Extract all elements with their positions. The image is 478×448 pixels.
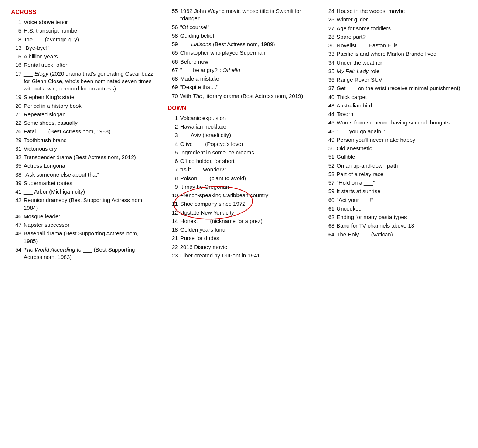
down-title: DOWN (168, 105, 311, 112)
clue-text: Person you'll never make happy (337, 136, 467, 144)
clue-item: 64The Holy ___ (Vatican) (324, 231, 467, 238)
clue-text: Made a mistake (180, 75, 311, 82)
clue-number: 56 (168, 24, 178, 31)
clue-text: Old anesthetic (337, 145, 467, 152)
clue-number: 67 (168, 66, 178, 74)
clue-number: 25 (324, 16, 334, 23)
clue-number: 21 (168, 235, 178, 242)
clue-number: 45 (324, 119, 334, 126)
clue-number: 2 (168, 123, 178, 130)
clue-text: It may be Gregorian (180, 183, 311, 191)
clue-text: Before now (180, 58, 311, 65)
down-clues-list: 1Volcanic expulsion2Hawaiian necklace3__… (168, 114, 311, 259)
clue-text: Fatal ___ (Best Actress nom, 1988) (24, 128, 154, 135)
clue-item: 9It may be Gregorian (168, 183, 311, 191)
clue-item: 63Band for TV channels above 13 (324, 222, 467, 229)
clue-item: 47Napster successor (11, 221, 154, 229)
clue-item: 39Supermarket routes (11, 179, 154, 187)
clue-item: 3___ Aviv (Israeli city) (168, 131, 311, 139)
clue-number: 22 (11, 119, 21, 127)
clue-number: 44 (324, 110, 334, 118)
clue-text: 1962 John Wayne movie whose title is Swa… (180, 7, 311, 23)
clue-item: 35Actress Longoria (11, 162, 154, 170)
clue-item: 21Purse for dudes (168, 235, 311, 242)
clue-text: "Ask someone else about that" (24, 171, 154, 178)
clue-text: Get ___ on the wrist (receive minimal pu… (337, 85, 467, 92)
clue-number: 22 (168, 243, 178, 251)
clue-text: Joe ___ (average guy) (24, 36, 154, 43)
clue-number: 20 (11, 102, 21, 110)
column-across-1: ACROSS 1Voice above tenor5H.S. transcrip… (11, 7, 161, 262)
clue-text: Guiding belief (180, 32, 311, 40)
clue-item: 57"Hold on a ___" (324, 179, 467, 187)
clue-text: Uncooked (337, 205, 467, 212)
clue-number: 19 (11, 93, 21, 101)
clue-text: "___ you go again!" (337, 128, 467, 135)
clue-item: 222016 Disney movie (168, 243, 311, 251)
right-clues-list: 24House in the woods, maybe25Winter glid… (324, 7, 467, 238)
clue-item: 13"Bye-bye!" (11, 44, 154, 52)
clue-item: 23Fiber created by DuPont in 1941 (168, 252, 311, 259)
clue-number: 69 (168, 83, 178, 91)
clue-number: 6 (168, 157, 178, 165)
clue-text: "Of course!" (180, 24, 311, 31)
clue-number: 63 (324, 222, 334, 229)
clue-item: 17___ Elegy (2020 drama that's generatin… (11, 70, 154, 93)
clue-item: 29Toothbrush brand (11, 137, 154, 144)
column-right: 24House in the woods, maybe25Winter glid… (317, 7, 467, 262)
clue-number: 8 (11, 36, 21, 43)
clue-item: 5Ingredient in some ice creams (168, 149, 311, 156)
clue-item: 8Poison ___ (plant to avoid) (168, 175, 311, 182)
clue-text: Age for some toddlers (337, 25, 467, 32)
clue-number: 49 (324, 136, 334, 144)
clue-number: 28 (324, 33, 334, 41)
clue-text: ___ Arbor (Michigan city) (24, 188, 154, 195)
clue-item: 12Upstate New York city (168, 209, 311, 216)
clue-number: 3 (168, 131, 178, 139)
clue-item: 14Honest ___ (nickname for a prez) (168, 218, 311, 225)
clue-number: 38 (11, 171, 21, 178)
clue-text: "___ be angry?": Othello (180, 66, 311, 74)
clue-number: 68 (168, 75, 178, 82)
clue-text: A billion years (24, 53, 154, 60)
clue-number: 5 (11, 27, 21, 34)
clue-number: 21 (11, 111, 21, 118)
clue-text: Repeated slogan (24, 111, 154, 118)
clue-text: Tavern (337, 110, 467, 118)
clue-number: 42 (11, 196, 21, 212)
clue-text: Upstate New York city (180, 209, 311, 216)
clue-text: ___ Aviv (Israeli city) (180, 131, 311, 139)
across-title: ACROSS (11, 9, 154, 16)
clue-item: 4Olive ___ (Popeye's love) (168, 140, 311, 148)
clue-number: 35 (324, 68, 334, 75)
clue-item: 41___ Arbor (Michigan city) (11, 188, 154, 195)
clue-text: "Act your ___!" (337, 196, 467, 204)
clue-number: 11 (168, 200, 178, 208)
clue-number: 36 (324, 76, 334, 83)
clue-number: 66 (168, 58, 178, 65)
clue-item: 65Christopher who played Superman (168, 49, 311, 57)
clue-item: 5H.S. transcript number (11, 27, 154, 34)
clue-number: 1 (11, 18, 21, 26)
clue-text: Gullible (337, 153, 467, 161)
clue-item: 20Period in a history book (11, 102, 154, 110)
clue-text: Poison ___ (plant to avoid) (180, 175, 311, 182)
clue-text: ___ Liaisons (Best Actress nom, 1989) (180, 41, 311, 48)
clue-item: 6Office holder, for short (168, 157, 311, 165)
clue-text: Spare part? (337, 33, 467, 41)
clue-text: 2016 Disney movie (180, 243, 311, 251)
clue-number: 5 (168, 149, 178, 156)
clue-number: 16 (11, 61, 21, 69)
clue-item: 1Volcanic expulsion (168, 114, 311, 122)
clue-item: 26Fatal ___ (Best Actress nom, 1988) (11, 128, 154, 135)
clue-number: 7 (168, 166, 178, 173)
clue-item: 11Shoe company since 1972 (168, 200, 311, 208)
clue-text: "Despite that..." (180, 83, 311, 91)
clue-number: 46 (11, 213, 21, 220)
clue-text: It starts at sunrise (337, 188, 467, 195)
clue-item: 68Made a mistake (168, 75, 311, 82)
clue-item: 33Pacific island where Marlon Brando liv… (324, 50, 467, 58)
clue-number: 8 (168, 175, 178, 182)
clue-text: Australian bird (337, 102, 467, 109)
clue-item: 59It starts at sunrise (324, 188, 467, 195)
